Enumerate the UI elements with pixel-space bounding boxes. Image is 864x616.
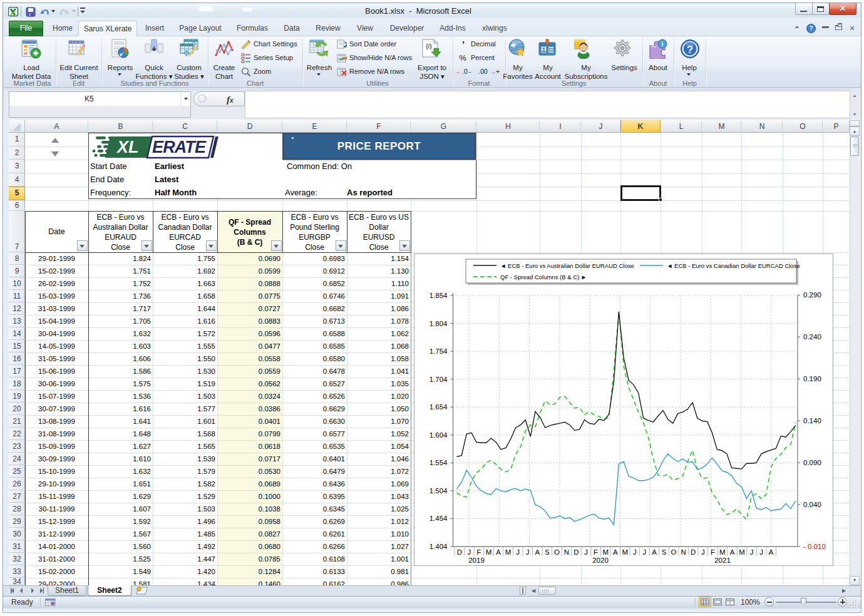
svg-text:A: A [652, 548, 657, 556]
svg-text:2020: 2020 [592, 557, 609, 564]
svg-text:- 0.010: - 0.010 [803, 543, 826, 550]
svg-text:J: J [633, 548, 637, 556]
svg-text:D: D [457, 548, 462, 556]
svg-text:QF - Spread Columns (B & C): QF - Spread Columns (B & C) ► [500, 274, 587, 280]
svg-text:XL: XL [116, 138, 139, 157]
svg-text:N: N [564, 548, 569, 556]
svg-text:◄ ECB - Euro vs Canadian Doll: ◄ ECB - Euro vs Canadian Dollar EURCAD C… [667, 262, 800, 269]
svg-text:◄ ECB - Euro vs Australian Do: ◄ ECB - Euro vs Australian Dollar EURAUD… [500, 262, 634, 269]
svg-text:M: M [719, 548, 726, 556]
svg-text:M: M [602, 548, 609, 556]
svg-text:A: A [613, 548, 618, 556]
svg-text:A: A [769, 548, 774, 556]
svg-text:N: N [681, 548, 686, 556]
svg-text:D: D [573, 548, 579, 556]
svg-text:0.240: 0.240 [803, 333, 821, 341]
svg-text:0.090: 0.090 [803, 459, 821, 466]
svg-text:ERATE: ERATE [152, 138, 207, 157]
svg-text:M: M [505, 548, 512, 556]
svg-text:1.454: 1.454 [429, 515, 448, 522]
svg-text:F: F [711, 548, 715, 556]
svg-text:J: J [468, 548, 471, 556]
svg-text:1.554: 1.554 [429, 459, 448, 466]
svg-text:0.140: 0.140 [803, 417, 821, 424]
svg-text:J: J [516, 548, 520, 556]
svg-text:1.854: 1.854 [429, 292, 448, 299]
svg-text:0.190: 0.190 [803, 375, 821, 382]
svg-text:D: D [691, 548, 696, 556]
svg-text:2019: 2019 [468, 557, 485, 564]
svg-text:1.704: 1.704 [429, 376, 448, 383]
svg-text:J: J [701, 548, 705, 556]
svg-text:{/}: {/} [426, 43, 432, 49]
svg-text:1.404: 1.404 [429, 543, 448, 550]
svg-text:1.604: 1.604 [429, 431, 448, 439]
svg-text:S: S [545, 548, 550, 556]
svg-text:F: F [594, 548, 598, 556]
svg-text:J: J [526, 548, 530, 556]
svg-text:?: ? [809, 25, 813, 32]
svg-text:0.290: 0.290 [803, 291, 821, 299]
svg-text:F: F [476, 548, 481, 556]
svg-text:i: i [662, 41, 664, 48]
svg-text:M: M [622, 548, 629, 556]
svg-text:J: J [750, 548, 754, 556]
svg-text:A: A [535, 548, 540, 556]
svg-text:M: M [486, 548, 492, 556]
svg-text:J: J [759, 548, 763, 556]
svg-text:1.504: 1.504 [429, 487, 448, 495]
svg-text:1.754: 1.754 [429, 347, 448, 355]
svg-text:M: M [739, 548, 745, 556]
svg-text:A: A [496, 548, 501, 556]
svg-text:A: A [730, 548, 735, 556]
svg-text:O: O [554, 548, 560, 556]
svg-text:1.654: 1.654 [429, 403, 448, 411]
svg-text:?: ? [687, 44, 693, 56]
svg-text:J: J [584, 548, 588, 556]
svg-text:2021: 2021 [714, 557, 731, 564]
svg-text:O: O [671, 548, 677, 556]
svg-text:1.804: 1.804 [429, 320, 448, 327]
svg-text:S: S [662, 548, 667, 556]
svg-text:0.040: 0.040 [803, 501, 821, 508]
svg-text:J: J [643, 548, 647, 556]
